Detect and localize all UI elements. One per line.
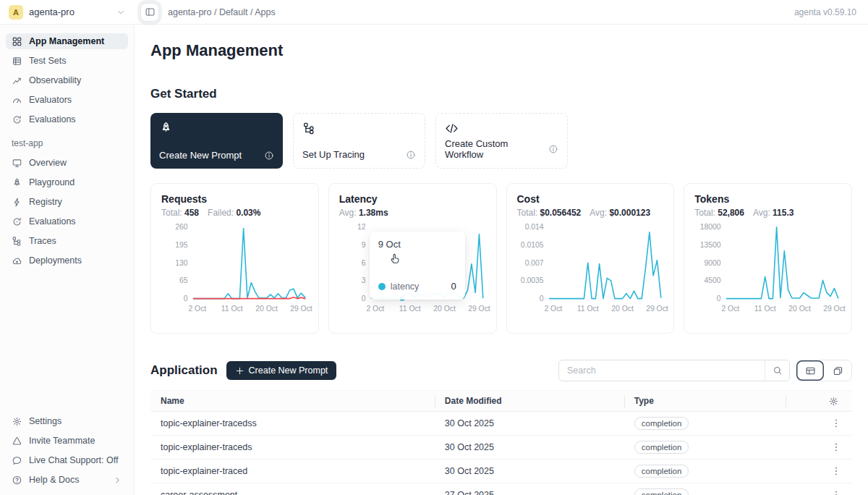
- workspace-selector[interactable]: A agenta-pro: [0, 5, 135, 20]
- sidebar-item-help-docs[interactable]: Help & Docs: [6, 472, 128, 488]
- get-started-card-set-up-tracing[interactable]: Set Up Tracing: [293, 113, 425, 169]
- sidebar-item-label: Registry: [29, 197, 62, 207]
- chart-card-cost: CostTotal: $0.056452Avg: $0.00012300.003…: [506, 183, 675, 334]
- svg-text:2 Oct: 2 Oct: [722, 305, 740, 313]
- sidebar-toggle-button[interactable]: [140, 3, 159, 22]
- search-input[interactable]: [559, 365, 765, 376]
- svg-text:260: 260: [175, 223, 188, 231]
- sidebar: App ManagementTest SetsObservabilityEval…: [0, 25, 135, 495]
- get-started-cards: Create New PromptSet Up TracingCreate Cu…: [150, 113, 852, 169]
- sidebar-item-invite-teammate[interactable]: Invite Teammate: [6, 433, 128, 449]
- row-menu-button[interactable]: [830, 441, 842, 453]
- sidebar-item-label: Test Sets: [29, 56, 66, 66]
- sidebar-item-evaluators[interactable]: Evaluators: [6, 92, 128, 108]
- sidebar-item-label: Invite Teammate: [29, 436, 95, 446]
- svg-text:130: 130: [175, 259, 188, 267]
- rocket-icon: [12, 177, 22, 188]
- chart-stats: Avg: 1.38ms: [339, 208, 486, 218]
- evaluations-icon: [12, 114, 22, 125]
- sidebar-item-evaluations[interactable]: Evaluations: [6, 213, 128, 229]
- chart-plot-requests: 0651301952602 Oct11 Oct20 Oct29 Oct: [161, 222, 308, 325]
- search-button[interactable]: [765, 360, 789, 381]
- create-new-prompt-button[interactable]: Create New Prompt: [226, 361, 337, 380]
- svg-text:65: 65: [179, 276, 188, 284]
- sidebar-main-group: App ManagementTest SetsObservabilityEval…: [0, 33, 134, 127]
- sidebar-item-settings[interactable]: Settings: [6, 413, 128, 429]
- card-view-button[interactable]: [824, 360, 851, 381]
- sidebar-item-label: Observability: [29, 75, 81, 85]
- date-modified-cell: 30 Oct 2025: [435, 466, 624, 476]
- gear-icon: [12, 416, 22, 427]
- svg-text:4500: 4500: [705, 276, 721, 284]
- view-toggle: [796, 360, 852, 381]
- svg-text:29 Oct: 29 Oct: [468, 305, 490, 313]
- column-header-date-modified[interactable]: Date Modified: [435, 391, 624, 411]
- svg-text:2 Oct: 2 Oct: [188, 305, 206, 313]
- type-badge: completion: [634, 417, 689, 430]
- tooltip-series-name: latency: [391, 282, 420, 292]
- type-badge: completion: [634, 441, 689, 454]
- svg-text:12: 12: [357, 223, 366, 231]
- get-started-card-label: Create Custom Workflow: [445, 138, 548, 160]
- column-header-type[interactable]: Type: [624, 391, 786, 411]
- svg-text:20 Oct: 20 Oct: [789, 305, 812, 313]
- row-menu-button[interactable]: [830, 465, 842, 477]
- svg-text:11 Oct: 11 Oct: [221, 305, 243, 313]
- gear-icon[interactable]: [828, 396, 839, 407]
- chart-title: Cost: [517, 193, 664, 205]
- svg-text:20 Oct: 20 Oct: [433, 305, 456, 313]
- sidebar-item-live-chat-support-off[interactable]: Live Chat Support: Off: [6, 452, 128, 468]
- chat-icon: [12, 455, 22, 466]
- svg-text:9000: 9000: [705, 259, 721, 267]
- svg-text:0.014: 0.014: [524, 223, 543, 231]
- get-started-card-label: Create New Prompt: [159, 150, 242, 161]
- sidebar-item-app-management[interactable]: App Management: [6, 33, 128, 49]
- lightning-icon: [12, 197, 22, 208]
- main-content: App Management Get Started Create New Pr…: [135, 25, 868, 495]
- chart-card-tokens: TokensTotal: 52,806Avg: 115.304500900013…: [684, 183, 852, 334]
- sidebar-item-observability[interactable]: Observability: [6, 72, 128, 88]
- rocket-icon: [159, 121, 173, 135]
- svg-text:29 Oct: 29 Oct: [290, 305, 312, 313]
- code-icon: [445, 122, 459, 135]
- get-started-card-create-custom-workflow[interactable]: Create Custom Workflow: [435, 113, 568, 169]
- table-view-button[interactable]: [796, 360, 824, 381]
- sidebar-item-deployments[interactable]: Deployments: [6, 253, 128, 268]
- help-icon: [12, 475, 22, 486]
- sidebar-item-playground[interactable]: Playground: [6, 174, 128, 190]
- sidebar-item-label: Evaluators: [29, 95, 72, 105]
- chart-title: Tokens: [694, 193, 841, 205]
- sidebar-item-registry[interactable]: Registry: [6, 194, 128, 210]
- row-menu-button[interactable]: [830, 489, 842, 495]
- column-header-name[interactable]: Name: [150, 391, 435, 411]
- row-menu-button[interactable]: [830, 418, 842, 429]
- column-header-settings: [786, 391, 852, 411]
- table-row[interactable]: topic-explainer-traceds30 Oct 2025comple…: [150, 436, 852, 460]
- plus-icon: [235, 366, 244, 376]
- svg-text:29 Oct: 29 Oct: [823, 305, 846, 313]
- chart-title: Latency: [339, 193, 486, 205]
- sidebar-footer-group: SettingsInvite TeammateLive Chat Support…: [0, 413, 134, 495]
- workspace-avatar: A: [9, 5, 23, 20]
- sidebar-item-evaluations[interactable]: Evaluations: [6, 111, 128, 127]
- charts-row: RequestsTotal: 458Failed: 0.03%065130195…: [150, 183, 852, 334]
- get-started-card-create-new-prompt[interactable]: Create New Prompt: [150, 113, 283, 169]
- breadcrumb: agenta-pro / Default / Apps: [168, 7, 276, 17]
- workspace-name: agenta-pro: [29, 7, 75, 17]
- traces-icon: [12, 236, 22, 247]
- table-row[interactable]: topic-explainer-tracedss30 Oct 2025compl…: [150, 412, 852, 436]
- sidebar-item-label: Help & Docs: [29, 475, 79, 485]
- svg-text:0: 0: [184, 295, 188, 302]
- date-modified-cell: 30 Oct 2025: [435, 418, 624, 428]
- sidebar-item-label: Deployments: [29, 255, 82, 266]
- sidebar-item-traces[interactable]: Traces: [6, 233, 128, 249]
- get-started-heading: Get Started: [150, 87, 852, 101]
- triangle-icon: [12, 436, 22, 447]
- sidebar-item-overview[interactable]: Overview: [6, 155, 128, 171]
- table-row[interactable]: topic-explainer-traced30 Oct 2025complet…: [150, 460, 852, 483]
- sidebar-item-test-sets[interactable]: Test Sets: [6, 53, 128, 69]
- deployments-icon: [12, 255, 22, 266]
- table-row[interactable]: career-assessment27 Oct 2025completion: [150, 483, 852, 495]
- svg-text:0: 0: [539, 295, 543, 302]
- svg-text:195: 195: [175, 241, 188, 249]
